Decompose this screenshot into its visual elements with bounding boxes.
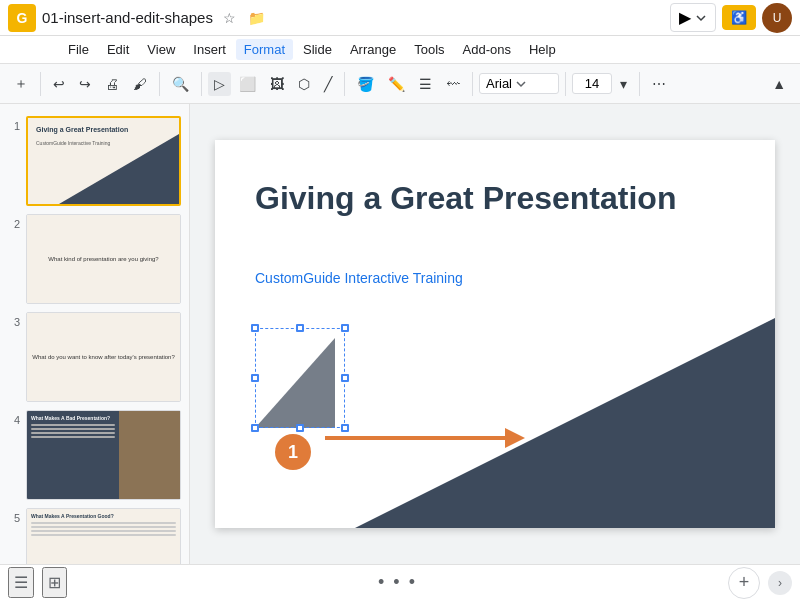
- slide-thumb-3[interactable]: What do you want to know after today's p…: [26, 312, 181, 402]
- chevron-down-icon: [695, 12, 707, 24]
- title-icons: ☆ 📁: [219, 8, 269, 28]
- badge-number: 1: [275, 434, 311, 470]
- thumb4-title: What Makes A Bad Presentation?: [31, 415, 115, 421]
- folder-icon[interactable]: 📁: [244, 8, 269, 28]
- slide-title: Giving a Great Presentation: [255, 180, 676, 217]
- add-button[interactable]: ＋: [8, 71, 34, 97]
- line-tool[interactable]: ╱: [318, 72, 338, 96]
- menu-help[interactable]: Help: [521, 39, 564, 60]
- expand-button[interactable]: ›: [768, 571, 792, 595]
- shape-tool[interactable]: ⬡: [292, 72, 316, 96]
- redo-button[interactable]: ↪: [73, 72, 97, 96]
- slides-panel: 1 Giving a Great Presentation CustomGuid…: [0, 104, 190, 564]
- menu-arrange[interactable]: Arrange: [342, 39, 404, 60]
- thumb3-text: What do you want to know after today's p…: [28, 350, 179, 364]
- thumb5-line-3: [31, 530, 176, 532]
- selected-shape[interactable]: [255, 328, 345, 428]
- menu-edit[interactable]: Edit: [99, 39, 137, 60]
- accessibility-button[interactable]: ♿: [722, 5, 756, 30]
- handle-tr[interactable]: [341, 324, 349, 332]
- app-icon-label: G: [17, 10, 28, 26]
- chevron-down-icon: [516, 79, 526, 89]
- star-icon[interactable]: ☆: [219, 8, 240, 28]
- thumb5-lines: [31, 522, 176, 536]
- align-button[interactable]: ☰: [413, 72, 438, 96]
- handle-tm[interactable]: [296, 324, 304, 332]
- slide-thumb-5[interactable]: What Makes A Presentation Good?: [26, 508, 181, 564]
- select-tool[interactable]: ▷: [208, 72, 231, 96]
- slide-item-4[interactable]: 4 What Makes A Bad Presentation?: [0, 406, 189, 504]
- app-icon: G: [8, 4, 36, 32]
- thumb4-left: What Makes A Bad Presentation?: [27, 411, 119, 499]
- avatar[interactable]: U: [762, 3, 792, 33]
- accessibility-icon: ♿: [731, 10, 747, 25]
- zoom-button[interactable]: 🔍: [166, 72, 195, 96]
- handle-ml[interactable]: [251, 374, 259, 382]
- handle-mr[interactable]: [341, 374, 349, 382]
- undo-button[interactable]: ↩: [47, 72, 71, 96]
- line-color-button[interactable]: ✏️: [382, 72, 411, 96]
- thumb1-title: Giving a Great Presentation: [36, 126, 128, 134]
- slide-item-2[interactable]: 2 What kind of presentation are you givi…: [0, 210, 189, 308]
- slide-item-5[interactable]: 5 What Makes A Presentation Good?: [0, 504, 189, 564]
- valign-button[interactable]: ⬳: [440, 72, 466, 96]
- image-tool[interactable]: 🖼: [264, 72, 290, 96]
- divider-7: [639, 72, 640, 96]
- zoom-button[interactable]: +: [728, 567, 760, 599]
- menu-insert[interactable]: Insert: [185, 39, 234, 60]
- thumb4-line-4: [31, 436, 115, 438]
- thumb5-line-2: [31, 526, 176, 528]
- handle-bl[interactable]: [251, 424, 259, 432]
- more-options[interactable]: ⋯: [646, 72, 672, 96]
- present-icon: ▶: [679, 8, 691, 27]
- print-button[interactable]: 🖨: [99, 72, 125, 96]
- present-button[interactable]: ▶: [670, 3, 716, 32]
- slide-canvas[interactable]: Giving a Great Presentation CustomGuide …: [215, 140, 775, 528]
- slide-thumb-1[interactable]: Giving a Great Presentation CustomGuide …: [26, 116, 181, 206]
- divider-1: [40, 72, 41, 96]
- badge-value: 1: [288, 442, 298, 463]
- doc-title: 01-insert-and-edit-shapes: [42, 9, 213, 26]
- divider-6: [565, 72, 566, 96]
- thumb4-line-2: [31, 428, 115, 430]
- canvas-area[interactable]: Giving a Great Presentation CustomGuide …: [190, 104, 800, 564]
- thumb4-line-1: [31, 424, 115, 426]
- thumb2-text: What kind of presentation are you giving…: [44, 252, 162, 266]
- text-tool[interactable]: ⬜: [233, 72, 262, 96]
- divider-2: [159, 72, 160, 96]
- bg-triangle: [355, 318, 775, 528]
- toolbar: ＋ ↩ ↪ 🖨 🖌 🔍 ▷ ⬜ 🖼 ⬡ ╱ 🪣 ✏️ ☰ ⬳ Arial 14 …: [0, 64, 800, 104]
- slide-item-3[interactable]: 3 What do you want to know after today's…: [0, 308, 189, 406]
- divider-5: [472, 72, 473, 96]
- slide-thumb-4[interactable]: What Makes A Bad Presentation?: [26, 410, 181, 500]
- list-view-button[interactable]: ☰: [8, 567, 34, 598]
- thumb1-subtitle: CustomGuide Interactive Training: [36, 140, 110, 146]
- font-size-input[interactable]: 14: [572, 73, 612, 94]
- menu-slide[interactable]: Slide: [295, 39, 340, 60]
- slide-thumb-2[interactable]: What kind of presentation are you giving…: [26, 214, 181, 304]
- page-dots: • • •: [378, 572, 417, 593]
- menu-view[interactable]: View: [139, 39, 183, 60]
- font-size-down[interactable]: ▾: [614, 72, 633, 96]
- grid-view-button[interactable]: ⊞: [42, 567, 67, 598]
- main: 1 Giving a Great Presentation CustomGuid…: [0, 104, 800, 564]
- menu-format[interactable]: Format: [236, 39, 293, 60]
- slide-item-1[interactable]: 1 Giving a Great Presentation CustomGuid…: [0, 112, 189, 210]
- font-selector[interactable]: Arial: [479, 73, 559, 94]
- menu-file[interactable]: File: [60, 39, 97, 60]
- thumb4-right: [119, 411, 180, 499]
- collapse-toolbar[interactable]: ▲: [766, 72, 792, 96]
- menu-tools[interactable]: Tools: [406, 39, 452, 60]
- handle-bm[interactable]: [296, 424, 304, 432]
- thumb1-bg: Giving a Great Presentation CustomGuide …: [28, 118, 179, 204]
- paint-format-button[interactable]: 🖌: [127, 72, 153, 96]
- slide-num-2: 2: [8, 218, 20, 230]
- fill-color-button[interactable]: 🪣: [351, 72, 380, 96]
- slide-num-1: 1: [8, 120, 20, 132]
- divider-3: [201, 72, 202, 96]
- menu-addons[interactable]: Add-ons: [455, 39, 519, 60]
- handle-tl[interactable]: [251, 324, 259, 332]
- slide-num-4: 4: [8, 414, 20, 426]
- thumb2-bg: What kind of presentation are you giving…: [27, 215, 180, 303]
- arrow-shape[interactable]: [325, 428, 525, 448]
